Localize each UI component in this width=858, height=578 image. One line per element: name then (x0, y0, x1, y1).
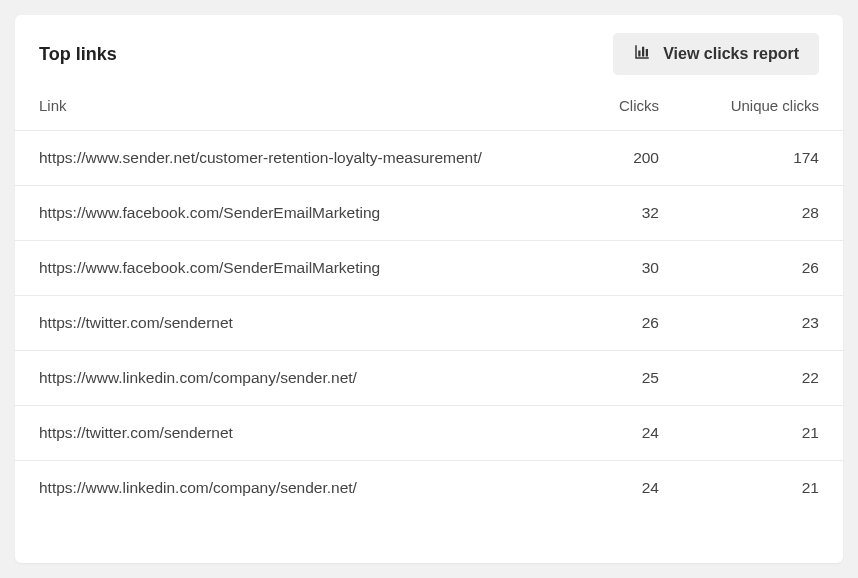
view-clicks-report-button[interactable]: View clicks report (613, 33, 819, 75)
table-row: https://www.sender.net/customer-retentio… (15, 131, 843, 186)
cell-unique: 21 (659, 424, 819, 442)
bar-chart-icon (633, 43, 651, 65)
cell-link: https://www.facebook.com/SenderEmailMark… (39, 204, 559, 222)
cell-link: https://www.sender.net/customer-retentio… (39, 149, 559, 167)
col-header-unique: Unique clicks (659, 97, 819, 114)
table-row: https://www.linkedin.com/company/sender.… (15, 351, 843, 406)
cell-link: https://www.linkedin.com/company/sender.… (39, 479, 559, 497)
col-header-clicks: Clicks (559, 97, 659, 114)
cell-unique: 22 (659, 369, 819, 387)
cell-clicks: 32 (559, 204, 659, 222)
cell-unique: 28 (659, 204, 819, 222)
cell-clicks: 200 (559, 149, 659, 167)
cell-link: https://twitter.com/sendernet (39, 314, 559, 332)
card-header: Top links View clicks report (15, 15, 843, 83)
cell-unique: 21 (659, 479, 819, 497)
table-row: https://twitter.com/sendernet 26 23 (15, 296, 843, 351)
cell-link: https://www.facebook.com/SenderEmailMark… (39, 259, 559, 277)
cell-unique: 23 (659, 314, 819, 332)
cell-clicks: 26 (559, 314, 659, 332)
cell-clicks: 30 (559, 259, 659, 277)
top-links-card: Top links View clicks report Link Clicks… (15, 15, 843, 563)
cell-clicks: 25 (559, 369, 659, 387)
col-header-link: Link (39, 97, 559, 114)
cell-link: https://twitter.com/sendernet (39, 424, 559, 442)
table-row: https://twitter.com/sendernet 24 21 (15, 406, 843, 461)
cell-link: https://www.linkedin.com/company/sender.… (39, 369, 559, 387)
table-header-row: Link Clicks Unique clicks (15, 83, 843, 131)
table-row: https://www.facebook.com/SenderEmailMark… (15, 186, 843, 241)
links-table: Link Clicks Unique clicks https://www.se… (15, 83, 843, 515)
view-clicks-report-label: View clicks report (663, 45, 799, 63)
cell-unique: 26 (659, 259, 819, 277)
cell-clicks: 24 (559, 424, 659, 442)
card-title: Top links (39, 44, 117, 65)
cell-clicks: 24 (559, 479, 659, 497)
cell-unique: 174 (659, 149, 819, 167)
table-row: https://www.linkedin.com/company/sender.… (15, 461, 843, 515)
table-row: https://www.facebook.com/SenderEmailMark… (15, 241, 843, 296)
